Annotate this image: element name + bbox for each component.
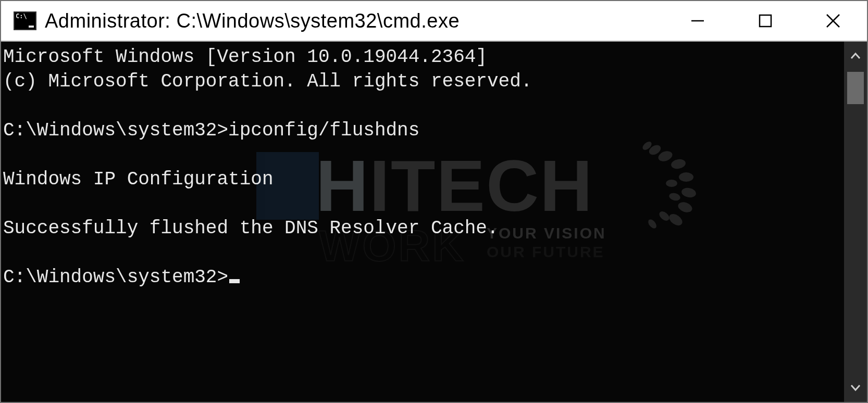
terminal-line: Windows IP Configuration — [3, 169, 273, 190]
scroll-up-button[interactable] — [844, 42, 867, 71]
close-icon — [824, 12, 842, 30]
scroll-down-button[interactable] — [844, 373, 867, 402]
terminal-output[interactable]: Microsoft Windows [Version 10.0.19044.23… — [1, 42, 844, 402]
chevron-up-icon — [850, 51, 861, 62]
cmd-window: C:\ Administrator: C:\Windows\system32\c… — [0, 0, 868, 403]
close-button[interactable] — [799, 1, 867, 41]
terminal-line: C:\Windows\system32>ipconfig/flushdns — [3, 120, 419, 141]
vertical-scrollbar[interactable] — [844, 42, 867, 402]
titlebar: C:\ Administrator: C:\Windows\system32\c… — [1, 1, 867, 42]
maximize-button[interactable] — [731, 1, 799, 41]
chevron-down-icon — [850, 382, 861, 393]
client-area: HITECH — [1, 42, 867, 402]
window-controls — [664, 1, 867, 41]
minimize-icon — [689, 12, 706, 30]
minimize-button[interactable] — [664, 1, 731, 41]
svg-rect-1 — [760, 15, 771, 27]
cursor-icon — [229, 279, 240, 283]
window-title: Administrator: C:\Windows\system32\cmd.e… — [45, 10, 460, 32]
terminal-line: Microsoft Windows [Version 10.0.19044.23… — [3, 46, 487, 68]
terminal-line: Successfully flushed the DNS Resolver Ca… — [3, 218, 499, 239]
maximize-icon — [758, 13, 773, 29]
cmd-icon: C:\ — [14, 11, 36, 30]
terminal-prompt: C:\Windows\system32> — [3, 267, 228, 288]
scrollbar-thumb[interactable] — [847, 72, 864, 104]
terminal-line: (c) Microsoft Corporation. All rights re… — [3, 71, 532, 92]
